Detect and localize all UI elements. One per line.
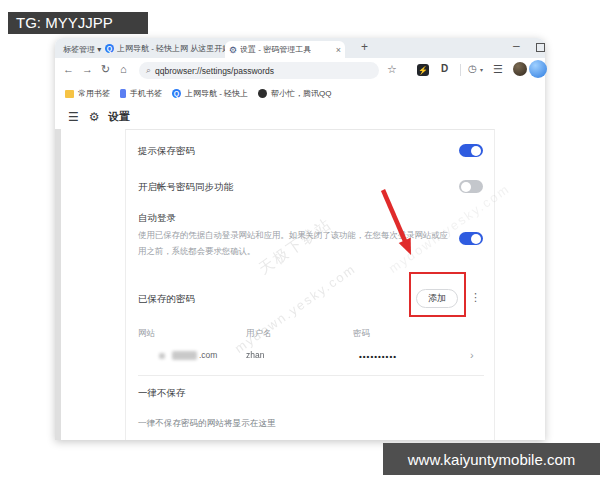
column-header-password: 密码 (353, 328, 370, 340)
toolbar-divider (460, 64, 461, 76)
minimize-button[interactable]: – (513, 39, 520, 53)
screenshot-root: TG: MYYJJPP 标签管理 ▾ Q 上网导航 - 轻快上网 从这里开始 ⚙… (0, 0, 600, 480)
saved-passwords-title: 已保存的密码 (138, 293, 195, 306)
top-watermark-label: TG: MYYJJPP (8, 12, 148, 34)
tab-label: 设置 - 密码管理工具 (240, 44, 311, 55)
toggle-row-label: 提示保存密码 (138, 145, 195, 158)
bookmark-qq[interactable]: 帮小忙，腾讯QQ (258, 88, 331, 99)
close-icon[interactable]: × (336, 45, 341, 55)
history-clock-icon[interactable]: ◷ (468, 63, 477, 74)
address-bar[interactable]: ⌕ qqbrowser://settings/passwords (139, 62, 379, 79)
auto-login-title: 自动登录 (138, 212, 176, 225)
reload-icon[interactable]: ↻ (101, 63, 110, 76)
hamburger-icon[interactable]: ☰ (68, 110, 79, 124)
chevron-down-icon: ▾ (97, 45, 101, 54)
toggle-auto-login[interactable] (459, 232, 483, 245)
penguin-icon (258, 89, 267, 98)
phone-icon (120, 89, 126, 98)
bookmark-label: 常用书签 (78, 88, 110, 99)
url-text[interactable]: qqbrowser://settings/passwords (155, 66, 274, 76)
column-header-site: 网站 (138, 328, 155, 340)
bookmark-label: 手机书签 (130, 88, 162, 99)
extension-badge-icon[interactable]: ⚡ (417, 64, 429, 76)
gear-icon: ⚙ (229, 45, 237, 55)
more-options-icon[interactable]: ⋮ (470, 291, 481, 304)
bookmarks-bar: 常用书签 手机书签 Q 上网导航 - 轻快上 帮小忙，腾讯QQ (55, 82, 545, 105)
column-header-username: 用户名 (246, 328, 272, 340)
assistant-orb-button[interactable] (529, 60, 547, 78)
back-icon[interactable]: ← (63, 63, 74, 75)
folder-icon (65, 90, 74, 98)
bookmark-common[interactable]: 常用书签 (65, 88, 110, 99)
bookmark-label: 上网导航 - 轻快上 (185, 88, 248, 99)
tab-label: 上网导航 - 轻快上网 从这里开始 (117, 43, 227, 54)
site-cell[interactable]: .com (199, 350, 217, 360)
search-icon: ⌕ (146, 65, 151, 76)
star-bookmark-icon[interactable]: ☆ (387, 63, 397, 76)
forward-icon[interactable]: → (82, 63, 93, 75)
never-save-hint: 一律不保存密码的网站将显示在这里 (138, 418, 276, 430)
settings-content: 提示保存密码 开启帐号密码同步功能 自动登录 使用已保存的凭据自动登录网站和应用… (55, 129, 545, 440)
tab-strip: 标签管理 ▾ Q 上网导航 - 轻快上网 从这里开始 ⚙ 设置 - 密码管理工具… (55, 38, 545, 58)
gear-icon: ⚙ (89, 110, 100, 124)
bottom-watermark-label: www.kaiyuntymobile.com (383, 443, 600, 475)
tab-manager-label: 标签管理 (63, 45, 95, 54)
divider (138, 375, 484, 376)
redacted-site-smudge (172, 351, 197, 360)
chevron-down-icon[interactable]: ▾ (480, 66, 483, 73)
auto-login-description: 使用已保存的凭据自动登录网站和应用。如果关闭了该功能，在您每次登录网站或应用之前… (138, 227, 448, 260)
annotation-highlight-box (409, 272, 466, 317)
q-logo-icon: Q (105, 44, 114, 53)
bookmark-mobile[interactable]: 手机书签 (120, 88, 162, 99)
tab-manager-button[interactable]: 标签管理 ▾ (63, 44, 101, 55)
browser-toolbar: ← → ↻ ⌂ ⌕ qqbrowser://settings/passwords… (55, 58, 545, 82)
toggle-save-password-prompt[interactable] (459, 144, 483, 157)
downloads-icon[interactable]: D (441, 63, 448, 74)
menu-icon[interactable]: ☰ (493, 63, 503, 76)
home-icon[interactable]: ⌂ (120, 63, 127, 75)
bookmark-label: 帮小忙，腾讯QQ (271, 88, 331, 99)
tab-home-nav[interactable]: Q 上网导航 - 轻快上网 从这里开始 (105, 43, 227, 54)
new-tab-button[interactable]: + (361, 40, 368, 54)
toggle-account-sync[interactable] (459, 180, 483, 193)
q-logo-icon: Q (172, 89, 181, 98)
toggle-knob (471, 146, 481, 156)
toggle-row-label: 开启帐号密码同步功能 (138, 181, 233, 194)
profile-avatar[interactable] (513, 62, 527, 76)
toggle-knob (471, 234, 481, 244)
page-title: 设置 (109, 110, 130, 124)
password-masked-cell[interactable]: •••••••••• (359, 352, 397, 361)
browser-window: 标签管理 ▾ Q 上网导航 - 轻快上网 从这里开始 ⚙ 设置 - 密码管理工具… (55, 38, 545, 440)
toggle-knob (461, 182, 471, 192)
username-cell[interactable]: zhan (246, 350, 264, 360)
maximize-button[interactable] (536, 43, 545, 52)
tab-settings-passwords[interactable]: ⚙ 设置 - 密码管理工具 × (225, 41, 345, 58)
chevron-right-icon[interactable]: › (470, 349, 474, 361)
left-edge-strip (55, 129, 61, 440)
settings-page-header: ☰ ⚙ 设置 (55, 105, 545, 130)
never-save-title: 一律不保存 (138, 387, 186, 400)
bookmark-nav[interactable]: Q 上网导航 - 轻快上 (172, 88, 248, 99)
redacted-site-smudge (159, 353, 165, 359)
